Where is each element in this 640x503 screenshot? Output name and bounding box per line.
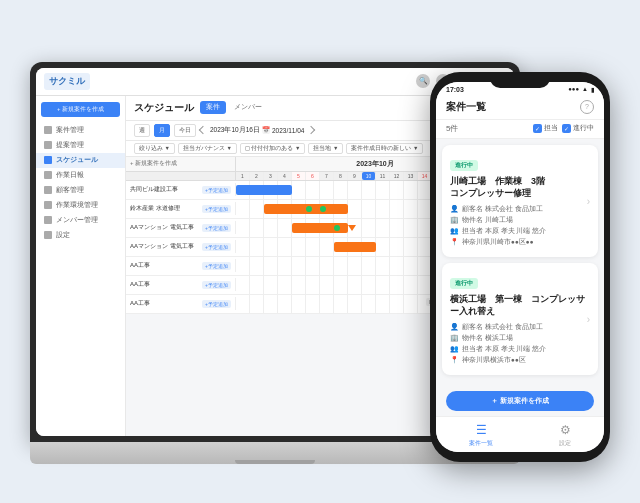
yotei-btn-4[interactable]: +予定追加 — [202, 243, 231, 251]
case-customer-1: 👤 顧客名 株式会社 食品加工 — [450, 205, 590, 214]
location-icon-2: 📍 — [450, 356, 459, 364]
sidebar-item-proposals[interactable]: 提案管理 — [36, 138, 125, 153]
day-12: 12 — [390, 172, 404, 180]
sidebar-item-members[interactable]: メンバー管理 — [36, 213, 125, 228]
footer-tab-settings[interactable]: ⚙ 設定 — [559, 423, 571, 448]
sidebar-label-workreport: 作業日報 — [56, 171, 84, 180]
filter-refine[interactable]: 絞り込み ▼ — [134, 143, 175, 154]
yotei-btn-2[interactable]: +予定追加 — [202, 205, 231, 213]
cell — [250, 295, 264, 313]
cell — [404, 257, 418, 275]
phone-header: 案件一覧 ? — [436, 95, 604, 120]
triangle-3 — [362, 244, 370, 250]
filter-yotei[interactable]: ◻ 付付付加のある ▼ — [240, 143, 306, 154]
cell — [236, 295, 250, 313]
sidebar-item-customers[interactable]: 顧客管理 — [36, 183, 125, 198]
filter-date[interactable]: 案件作成日時の新しい ▼ — [346, 143, 423, 154]
day-7: 7 — [320, 172, 334, 180]
customer-icon: 👤 — [450, 205, 459, 213]
cell — [404, 200, 418, 218]
day-8: 8 — [334, 172, 348, 180]
row-label-1: 共同ビル建設工事 +予定追加 — [126, 183, 236, 196]
row-label-3: AAマンション 電気工事 +予定追加 — [126, 221, 236, 234]
tab-cases[interactable]: 案件 — [200, 101, 226, 114]
prev-btn[interactable] — [199, 126, 207, 134]
case-status-1: 進行中 — [450, 160, 478, 171]
gantt-bar-1[interactable] — [236, 185, 292, 195]
cell — [348, 200, 362, 218]
yotei-btn-6[interactable]: +予定追加 — [202, 281, 231, 289]
cell — [390, 238, 404, 256]
sidebar-item-schedule[interactable]: スケジュール — [36, 153, 125, 168]
sidebar-item-workreport[interactable]: 作業日報 — [36, 168, 125, 183]
cell — [334, 257, 348, 275]
tab-members[interactable]: メンバー — [228, 101, 268, 114]
case-card-1[interactable]: 進行中 川崎工場 作業棟 3階コンプレッサー修理 👤 顧客名 株式会社 食品加工… — [442, 145, 598, 257]
filter-tantou[interactable]: 担当ガバナンス ▼ — [178, 143, 237, 154]
cell — [362, 181, 376, 199]
building-icon-2: 🏢 — [450, 334, 459, 342]
cell — [278, 219, 292, 237]
next-btn[interactable] — [307, 126, 315, 134]
yotei-btn-3[interactable]: +予定追加 — [202, 224, 231, 232]
row-label-4: AAマンション 電気工事 +予定追加 — [126, 240, 236, 253]
cell — [264, 219, 278, 237]
view-week-btn[interactable]: 週 — [134, 124, 150, 137]
sidebar-item-settings[interactable]: 設定 — [36, 228, 125, 243]
customer-icon-2: 👤 — [450, 323, 459, 331]
day-13: 13 — [404, 172, 418, 180]
filter-area[interactable]: 担当地 ▼ — [308, 143, 343, 154]
cell — [236, 219, 250, 237]
new-case-button[interactable]: + 新規案件を作成 — [41, 102, 120, 117]
date-separator: 📅 — [262, 126, 270, 134]
phone-sub-header: 5件 ✓ 担当 ✓ 進行中 — [436, 120, 604, 139]
phone-help-icon[interactable]: ? — [580, 100, 594, 114]
main-scene: サクミル 🔍 ? 🔔 確認 加藤 + 新規案件を作成 案件管理 — [30, 22, 610, 482]
phone-content: 進行中 川崎工場 作業棟 3階コンプレッサー修理 👤 顧客名 株式会社 食品加工… — [436, 139, 604, 391]
person-icon: 👥 — [450, 227, 459, 235]
footer-tab-cases[interactable]: ☰ 案件一覧 — [469, 423, 493, 448]
cell — [320, 257, 334, 275]
cell — [376, 238, 390, 256]
yotei-btn-7[interactable]: +予定追加 — [202, 300, 231, 308]
cell — [264, 257, 278, 275]
settings-footer-icon: ⚙ — [560, 423, 571, 437]
new-task-btn[interactable]: + 新規案件を作成 — [126, 157, 236, 171]
sidebar-item-cases[interactable]: 案件管理 — [36, 123, 125, 138]
today-btn[interactable]: 今日 — [174, 124, 196, 137]
dot-3 — [334, 225, 340, 231]
case-address-2: 📍 神奈川県横浜市●●区 — [450, 356, 590, 365]
plus-icon: ＋ — [491, 397, 500, 404]
cell — [390, 181, 404, 199]
case-assignee-1: 👥 担当者 本原 孝夫 川端 悠介 — [450, 227, 590, 236]
search-icon[interactable]: 🔍 — [416, 74, 430, 88]
mobile-phone: 17:03 ●●● ▲ ▮ 案件一覧 ? 5件 ✓ 担当 — [430, 72, 610, 462]
sidebar-label-customers: 顧客管理 — [56, 186, 84, 195]
cell — [334, 276, 348, 294]
yotei-btn-1[interactable]: +予定追加 — [202, 186, 231, 194]
phone-screen: 17:03 ●●● ▲ ▮ 案件一覧 ? 5件 ✓ 担当 — [436, 82, 604, 452]
signal-icon: ●●● — [568, 86, 579, 92]
cell — [362, 219, 376, 237]
yotei-btn-5[interactable]: +予定追加 — [202, 262, 231, 270]
cell — [236, 200, 250, 218]
filter-tantou-check[interactable]: ✓ 担当 — [533, 123, 558, 133]
sidebar-label-environment: 作業環境管理 — [56, 201, 98, 210]
phone-count: 5件 — [446, 123, 458, 134]
view-month-btn[interactable]: 月 — [154, 124, 170, 137]
tab-group: 案件 メンバー — [200, 101, 268, 114]
check-icon-2: ✓ — [562, 124, 571, 133]
row-label-2: 鈴木産業 水道修理 +予定追加 — [126, 202, 236, 215]
case-card-2[interactable]: 進行中 横浜工場 第一棟 コンプレッサー入れ替え 👤 顧客名 株式会社 食品加工… — [442, 263, 598, 375]
cell — [348, 181, 362, 199]
battery-icon: ▮ — [591, 86, 594, 93]
filter-shinkouchu-check[interactable]: ✓ 進行中 — [562, 123, 594, 133]
sidebar-item-environment[interactable]: 作業環境管理 — [36, 198, 125, 213]
sidebar: + 新規案件を作成 案件管理 提案管理 スケジュール — [36, 96, 126, 436]
cell — [278, 276, 292, 294]
sidebar-label-settings: 設定 — [56, 231, 70, 240]
cell — [362, 295, 376, 313]
cell — [320, 276, 334, 294]
phone-footer: ☰ 案件一覧 ⚙ 設定 — [436, 416, 604, 452]
phone-new-case-button[interactable]: ＋ 新規案件を作成 — [446, 391, 594, 411]
